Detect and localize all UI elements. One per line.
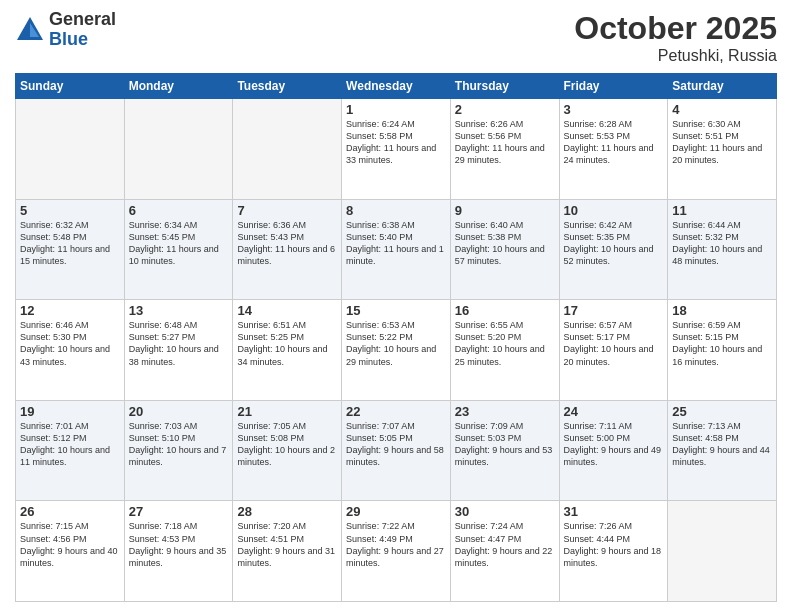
calendar-day-cell: 22Sunrise: 7:07 AM Sunset: 5:05 PM Dayli… <box>342 400 451 501</box>
day-info: Sunrise: 7:13 AM Sunset: 4:58 PM Dayligh… <box>672 420 772 469</box>
day-info: Sunrise: 6:53 AM Sunset: 5:22 PM Dayligh… <box>346 319 446 368</box>
day-info: Sunrise: 6:55 AM Sunset: 5:20 PM Dayligh… <box>455 319 555 368</box>
calendar-week-row: 12Sunrise: 6:46 AM Sunset: 5:30 PM Dayli… <box>16 300 777 401</box>
weekday-header: Wednesday <box>342 74 451 99</box>
weekday-header: Friday <box>559 74 668 99</box>
calendar-day-cell: 13Sunrise: 6:48 AM Sunset: 5:27 PM Dayli… <box>124 300 233 401</box>
logo-general: General <box>49 10 116 30</box>
day-info: Sunrise: 7:18 AM Sunset: 4:53 PM Dayligh… <box>129 520 229 569</box>
calendar-day-cell: 19Sunrise: 7:01 AM Sunset: 5:12 PM Dayli… <box>16 400 125 501</box>
day-number: 23 <box>455 404 555 419</box>
weekday-header: Saturday <box>668 74 777 99</box>
day-info: Sunrise: 6:42 AM Sunset: 5:35 PM Dayligh… <box>564 219 664 268</box>
calendar-day-cell: 18Sunrise: 6:59 AM Sunset: 5:15 PM Dayli… <box>668 300 777 401</box>
day-number: 18 <box>672 303 772 318</box>
day-number: 24 <box>564 404 664 419</box>
calendar-day-cell: 24Sunrise: 7:11 AM Sunset: 5:00 PM Dayli… <box>559 400 668 501</box>
calendar-day-cell: 21Sunrise: 7:05 AM Sunset: 5:08 PM Dayli… <box>233 400 342 501</box>
calendar-day-cell: 9Sunrise: 6:40 AM Sunset: 5:38 PM Daylig… <box>450 199 559 300</box>
calendar-day-cell: 14Sunrise: 6:51 AM Sunset: 5:25 PM Dayli… <box>233 300 342 401</box>
calendar-day-cell: 11Sunrise: 6:44 AM Sunset: 5:32 PM Dayli… <box>668 199 777 300</box>
weekday-header: Tuesday <box>233 74 342 99</box>
day-number: 16 <box>455 303 555 318</box>
day-number: 26 <box>20 504 120 519</box>
day-number: 25 <box>672 404 772 419</box>
day-info: Sunrise: 6:46 AM Sunset: 5:30 PM Dayligh… <box>20 319 120 368</box>
day-number: 7 <box>237 203 337 218</box>
day-number: 29 <box>346 504 446 519</box>
day-info: Sunrise: 6:26 AM Sunset: 5:56 PM Dayligh… <box>455 118 555 167</box>
day-number: 14 <box>237 303 337 318</box>
day-info: Sunrise: 6:28 AM Sunset: 5:53 PM Dayligh… <box>564 118 664 167</box>
day-number: 12 <box>20 303 120 318</box>
calendar-week-row: 19Sunrise: 7:01 AM Sunset: 5:12 PM Dayli… <box>16 400 777 501</box>
calendar-day-cell: 23Sunrise: 7:09 AM Sunset: 5:03 PM Dayli… <box>450 400 559 501</box>
page: General Blue October 2025 Petushki, Russ… <box>0 0 792 612</box>
day-info: Sunrise: 7:05 AM Sunset: 5:08 PM Dayligh… <box>237 420 337 469</box>
weekday-header: Monday <box>124 74 233 99</box>
calendar-day-cell: 2Sunrise: 6:26 AM Sunset: 5:56 PM Daylig… <box>450 99 559 200</box>
day-number: 22 <box>346 404 446 419</box>
day-info: Sunrise: 6:57 AM Sunset: 5:17 PM Dayligh… <box>564 319 664 368</box>
day-info: Sunrise: 6:38 AM Sunset: 5:40 PM Dayligh… <box>346 219 446 268</box>
header: General Blue October 2025 Petushki, Russ… <box>15 10 777 65</box>
day-number: 3 <box>564 102 664 117</box>
day-number: 4 <box>672 102 772 117</box>
calendar-day-cell <box>233 99 342 200</box>
day-info: Sunrise: 6:24 AM Sunset: 5:58 PM Dayligh… <box>346 118 446 167</box>
day-info: Sunrise: 6:48 AM Sunset: 5:27 PM Dayligh… <box>129 319 229 368</box>
logo-icon <box>15 15 45 45</box>
calendar-day-cell: 12Sunrise: 6:46 AM Sunset: 5:30 PM Dayli… <box>16 300 125 401</box>
calendar-day-cell <box>16 99 125 200</box>
calendar-week-row: 5Sunrise: 6:32 AM Sunset: 5:48 PM Daylig… <box>16 199 777 300</box>
calendar-day-cell <box>124 99 233 200</box>
day-info: Sunrise: 7:01 AM Sunset: 5:12 PM Dayligh… <box>20 420 120 469</box>
calendar-day-cell: 20Sunrise: 7:03 AM Sunset: 5:10 PM Dayli… <box>124 400 233 501</box>
day-number: 17 <box>564 303 664 318</box>
calendar-day-cell: 28Sunrise: 7:20 AM Sunset: 4:51 PM Dayli… <box>233 501 342 602</box>
logo-text: General Blue <box>49 10 116 50</box>
calendar-week-row: 1Sunrise: 6:24 AM Sunset: 5:58 PM Daylig… <box>16 99 777 200</box>
day-info: Sunrise: 6:32 AM Sunset: 5:48 PM Dayligh… <box>20 219 120 268</box>
calendar-day-cell: 4Sunrise: 6:30 AM Sunset: 5:51 PM Daylig… <box>668 99 777 200</box>
day-info: Sunrise: 7:15 AM Sunset: 4:56 PM Dayligh… <box>20 520 120 569</box>
day-info: Sunrise: 7:22 AM Sunset: 4:49 PM Dayligh… <box>346 520 446 569</box>
logo-blue: Blue <box>49 30 116 50</box>
day-number: 2 <box>455 102 555 117</box>
weekday-header: Thursday <box>450 74 559 99</box>
day-number: 15 <box>346 303 446 318</box>
calendar-day-cell: 29Sunrise: 7:22 AM Sunset: 4:49 PM Dayli… <box>342 501 451 602</box>
calendar-day-cell <box>668 501 777 602</box>
day-number: 1 <box>346 102 446 117</box>
calendar-table: SundayMondayTuesdayWednesdayThursdayFrid… <box>15 73 777 602</box>
day-number: 27 <box>129 504 229 519</box>
day-number: 5 <box>20 203 120 218</box>
day-number: 21 <box>237 404 337 419</box>
calendar-day-cell: 5Sunrise: 6:32 AM Sunset: 5:48 PM Daylig… <box>16 199 125 300</box>
day-info: Sunrise: 6:40 AM Sunset: 5:38 PM Dayligh… <box>455 219 555 268</box>
day-number: 13 <box>129 303 229 318</box>
calendar-day-cell: 26Sunrise: 7:15 AM Sunset: 4:56 PM Dayli… <box>16 501 125 602</box>
day-info: Sunrise: 7:09 AM Sunset: 5:03 PM Dayligh… <box>455 420 555 469</box>
calendar-day-cell: 17Sunrise: 6:57 AM Sunset: 5:17 PM Dayli… <box>559 300 668 401</box>
logo: General Blue <box>15 10 116 50</box>
day-info: Sunrise: 6:30 AM Sunset: 5:51 PM Dayligh… <box>672 118 772 167</box>
day-number: 31 <box>564 504 664 519</box>
day-number: 6 <box>129 203 229 218</box>
day-info: Sunrise: 7:20 AM Sunset: 4:51 PM Dayligh… <box>237 520 337 569</box>
calendar-day-cell: 27Sunrise: 7:18 AM Sunset: 4:53 PM Dayli… <box>124 501 233 602</box>
calendar-day-cell: 15Sunrise: 6:53 AM Sunset: 5:22 PM Dayli… <box>342 300 451 401</box>
calendar-day-cell: 25Sunrise: 7:13 AM Sunset: 4:58 PM Dayli… <box>668 400 777 501</box>
weekday-header-row: SundayMondayTuesdayWednesdayThursdayFrid… <box>16 74 777 99</box>
day-number: 20 <box>129 404 229 419</box>
calendar-day-cell: 1Sunrise: 6:24 AM Sunset: 5:58 PM Daylig… <box>342 99 451 200</box>
month-title: October 2025 <box>574 10 777 47</box>
day-info: Sunrise: 6:36 AM Sunset: 5:43 PM Dayligh… <box>237 219 337 268</box>
day-info: Sunrise: 7:26 AM Sunset: 4:44 PM Dayligh… <box>564 520 664 569</box>
day-number: 10 <box>564 203 664 218</box>
calendar-day-cell: 16Sunrise: 6:55 AM Sunset: 5:20 PM Dayli… <box>450 300 559 401</box>
calendar-day-cell: 31Sunrise: 7:26 AM Sunset: 4:44 PM Dayli… <box>559 501 668 602</box>
day-number: 28 <box>237 504 337 519</box>
day-number: 8 <box>346 203 446 218</box>
day-info: Sunrise: 7:07 AM Sunset: 5:05 PM Dayligh… <box>346 420 446 469</box>
